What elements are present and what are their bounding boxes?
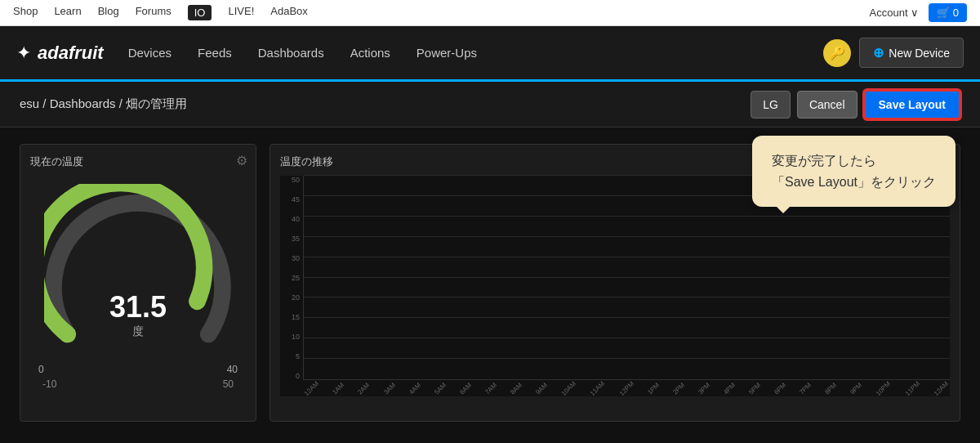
- nav-shop[interactable]: Shop: [13, 5, 38, 20]
- x-label-1pm: 1PM: [646, 381, 661, 396]
- chart-x-axis: 12AM 1AM 2AM 3AM 4AM 5AM 6AM 7AM 8AM 9AM…: [303, 380, 950, 396]
- nav-actions[interactable]: Actions: [350, 46, 390, 60]
- grid-line-5: [304, 358, 950, 359]
- logo-star-icon: ✦: [16, 43, 31, 64]
- new-device-button[interactable]: ⊕ New Device: [859, 38, 964, 68]
- gauge-widget: 現在の温度 ⚙ 31.5 度 0 40 -10 50: [20, 144, 256, 422]
- tooltip-line1: 変更が完了したら: [772, 150, 936, 172]
- x-label-6am: 6AM: [458, 381, 473, 396]
- y-label-25: 25: [292, 274, 300, 282]
- x-label-8pm: 8PM: [823, 381, 838, 396]
- nav-blog[interactable]: Blog: [98, 5, 119, 20]
- y-label-5: 5: [296, 352, 300, 360]
- gauge-unit: 度: [109, 324, 167, 339]
- cart-button[interactable]: 🛒 0: [929, 3, 967, 22]
- nav-feeds[interactable]: Feeds: [198, 46, 232, 60]
- x-label-5pm: 5PM: [747, 381, 762, 396]
- grid-line-10: [304, 338, 950, 338]
- grid-line-35: [304, 236, 950, 237]
- main-nav-bar: ✦ adafruit Devices Feeds Dashboards Acti…: [0, 26, 980, 82]
- x-label-10pm: 10PM: [875, 379, 892, 396]
- nav-adabox[interactable]: AdaBox: [270, 5, 308, 20]
- x-label-9am: 9AM: [534, 381, 549, 396]
- x-label-12pm: 12PM: [617, 379, 635, 396]
- breadcrumb: esu / Dashboards / 畑の管理用: [20, 96, 751, 112]
- x-label-6pm: 6PM: [773, 381, 787, 396]
- gauge-min-max: -10 50: [30, 378, 246, 390]
- account-menu[interactable]: Account ∨: [870, 7, 920, 19]
- nav-io[interactable]: IO: [188, 5, 212, 20]
- new-device-label: New Device: [889, 47, 950, 60]
- y-label-45: 45: [292, 195, 300, 204]
- top-nav-bar: Shop Learn Blog Forums IO LIVE! AdaBox A…: [0, 0, 980, 26]
- y-label-30: 30: [292, 254, 300, 262]
- x-label-4pm: 4PM: [722, 381, 737, 396]
- grid-line-30: [304, 257, 950, 257]
- plus-icon: ⊕: [873, 45, 884, 60]
- chart-y-axis: 0 5 10 15 20 25 30 35 40 45 50: [280, 176, 303, 380]
- x-label-7pm: 7PM: [798, 381, 813, 396]
- x-label-8am: 8AM: [509, 381, 523, 396]
- gauge-title: 現在の温度: [30, 154, 246, 169]
- nav-learn[interactable]: Learn: [54, 5, 81, 20]
- gauge-svg: [44, 184, 232, 372]
- x-label-11pm: 11PM: [904, 379, 921, 396]
- y-label-10: 10: [292, 333, 300, 341]
- top-nav-links: Shop Learn Blog Forums IO LIVE! AdaBox: [13, 5, 870, 20]
- grid-line-20: [304, 297, 950, 298]
- gear-icon[interactable]: ⚙: [236, 153, 247, 168]
- nav-power-ups[interactable]: Power-Ups: [416, 46, 477, 60]
- chart-area: 0 5 10 15 20 25 30 35 40 45 50: [280, 176, 950, 396]
- x-label-12am-end: 12AM: [933, 379, 950, 396]
- gauge-label-0: 0: [38, 364, 44, 375]
- x-label-10am: 10AM: [559, 379, 577, 396]
- y-label-15: 15: [292, 313, 300, 321]
- breadcrumb-actions: LG Cancel Save Layout: [751, 90, 960, 119]
- grid-line-15: [304, 317, 950, 318]
- gauge-max-label: 50: [223, 378, 234, 390]
- x-label-2am: 2AM: [357, 381, 372, 396]
- main-nav-right: 🔑 ⊕ New Device: [823, 38, 964, 68]
- logo-area: ✦ adafruit: [16, 43, 104, 64]
- nav-live[interactable]: LIVE!: [228, 5, 254, 20]
- y-label-50: 50: [292, 176, 300, 184]
- y-label-20: 20: [292, 293, 300, 302]
- x-label-9pm: 9PM: [849, 381, 863, 396]
- logo-text: adafruit: [38, 43, 104, 64]
- nav-dashboards[interactable]: Dashboards: [258, 46, 324, 60]
- nav-forums[interactable]: Forums: [136, 5, 172, 20]
- main-nav-links: Devices Feeds Dashboards Actions Power-U…: [128, 46, 824, 60]
- breadcrumb-bar: esu / Dashboards / 畑の管理用 LG Cancel Save …: [0, 82, 980, 128]
- save-layout-button[interactable]: Save Layout: [864, 90, 960, 119]
- tooltip-line2: 「Save Layout」をクリック: [772, 172, 936, 193]
- key-button[interactable]: 🔑: [823, 39, 851, 67]
- x-label-2pm: 2PM: [671, 381, 686, 396]
- gauge-value-display: 31.5 度: [109, 290, 167, 339]
- nav-devices[interactable]: Devices: [128, 46, 172, 60]
- gauge-min-label: -10: [42, 378, 56, 390]
- lg-button[interactable]: LG: [751, 91, 791, 119]
- tooltip-bubble: 変更が完了したら 「Save Layout」をクリック: [752, 136, 956, 207]
- x-label-1am: 1AM: [332, 381, 346, 396]
- y-label-35: 35: [292, 235, 300, 243]
- x-label-12am: 12AM: [303, 379, 320, 396]
- x-label-4am: 4AM: [408, 381, 422, 396]
- y-label-40: 40: [292, 215, 300, 223]
- x-label-5am: 5AM: [433, 381, 448, 396]
- cancel-button[interactable]: Cancel: [797, 91, 858, 119]
- x-label-3am: 3AM: [382, 381, 397, 396]
- grid-line-25: [304, 277, 950, 278]
- x-label-7am: 7AM: [483, 381, 498, 396]
- grid-line-40: [304, 216, 950, 217]
- y-label-0: 0: [296, 372, 300, 380]
- gauge-container: 31.5 度: [44, 184, 232, 372]
- top-nav-right: Account ∨ 🛒 0: [870, 3, 967, 22]
- x-label-3pm: 3PM: [697, 381, 711, 396]
- dashboard-content: 現在の温度 ⚙ 31.5 度 0 40 -10 50 温度の推移: [0, 128, 980, 443]
- x-label-11am: 11AM: [589, 379, 606, 396]
- gauge-number: 31.5: [109, 290, 167, 324]
